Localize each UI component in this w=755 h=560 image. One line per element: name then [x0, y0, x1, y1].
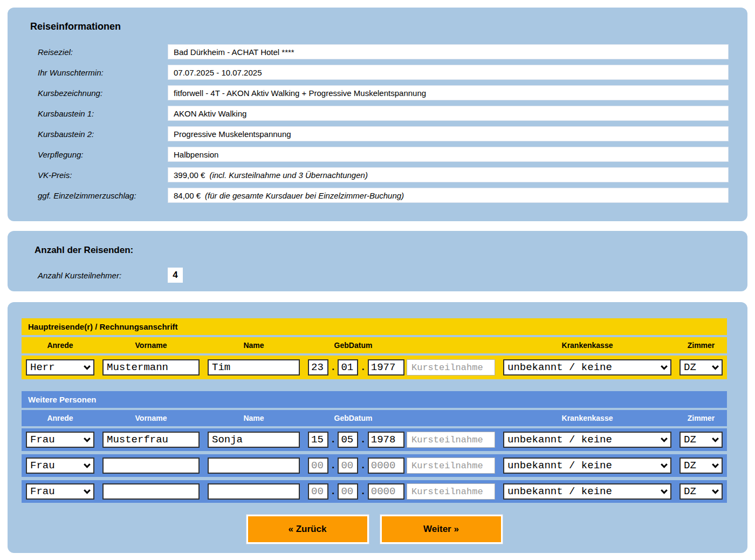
field-value-text: Bad Dürkheim - ACHAT Hotel ****	[174, 47, 294, 57]
col-header-gebdatum: GebDatum	[308, 414, 399, 422]
field-label: ggf. Einzelzimmerzuschlag:	[38, 191, 168, 200]
other-travelers-header-row: Anrede Vorname Name GebDatum Krankenkass…	[22, 410, 727, 426]
date-separator: .	[360, 460, 366, 472]
trip-info-fields: Reiseziel: Bad Dürkheim - ACHAT Hotel **…	[8, 44, 747, 203]
field-value-text: 84,00 €	[174, 191, 201, 200]
vorname-input[interactable]	[102, 432, 200, 448]
zimmer-select[interactable]: DZ	[680, 359, 723, 375]
travelers-count-value: 4	[168, 268, 183, 283]
gebdatum-group: ..	[308, 359, 399, 375]
field-value: Progressive Muskelentspannung	[168, 126, 729, 141]
field-row-kursbaustein-2: Kursbaustein 2: Progressive Muskelentspa…	[38, 126, 729, 141]
geb-monat-input[interactable]	[338, 457, 358, 474]
field-row-vk-preis: VK-Preis: 399,00 €(incl. Kursteilnahme u…	[38, 167, 729, 182]
geb-jahr-input[interactable]	[368, 432, 404, 448]
geb-tag-input[interactable]	[308, 483, 328, 500]
date-separator: .	[330, 486, 336, 497]
geb-jahr-input[interactable]	[368, 457, 404, 474]
geb-monat-input[interactable]	[338, 359, 358, 375]
field-label: Verpflegung:	[38, 150, 168, 159]
field-value: AKON Aktiv Walking	[168, 106, 729, 121]
col-header-vorname: Vorname	[102, 341, 200, 350]
name-input[interactable]	[208, 483, 300, 500]
krankenkasse-select[interactable]: unbekannt / keine	[503, 483, 671, 500]
anrede-select[interactable]: Frau	[26, 432, 94, 448]
name-input[interactable]	[208, 457, 300, 474]
field-value-text: Progressive Muskelentspannung	[174, 129, 291, 139]
zimmer-select-wrap: DZ	[680, 432, 723, 448]
field-row-wunschtermin: Ihr Wunschtermin: 07.07.2025 - 10.07.202…	[38, 65, 729, 80]
anrede-select[interactable]: Herr	[26, 359, 94, 375]
col-header-name: Name	[208, 341, 300, 350]
date-separator: .	[330, 434, 336, 446]
geb-jahr-input[interactable]	[368, 359, 404, 375]
col-header-krankenkasse: Krankenkasse	[503, 341, 671, 350]
field-value-note: (für die gesamte Kursdauer bei Einzelzim…	[205, 191, 404, 200]
col-header-gebdatum: GebDatum	[308, 341, 399, 350]
field-label: Kursbaustein 2:	[38, 129, 168, 139]
zimmer-select-wrap: DZ	[680, 359, 723, 375]
other-traveler-row: Frau .. unbekannt / keine DZ	[22, 428, 727, 451]
kursteilnahme-input[interactable]	[407, 432, 495, 448]
booking-panel: Hauptreisende(r) / Rechnungsanschrift An…	[8, 302, 747, 553]
field-value-text: fitforwell - 4T - AKON Aktiv Walking + P…	[174, 88, 426, 98]
anrede-select-wrap: Frau	[26, 432, 94, 448]
kursteilnahme-input[interactable]	[407, 483, 495, 500]
geb-tag-input[interactable]	[308, 359, 328, 375]
vorname-input[interactable]	[102, 457, 200, 474]
zimmer-select[interactable]: DZ	[680, 483, 723, 500]
geb-monat-input[interactable]	[338, 483, 358, 500]
anrede-select[interactable]: Frau	[26, 457, 94, 474]
vorname-input[interactable]	[102, 359, 200, 375]
field-label: Kursbezeichnung:	[38, 88, 168, 98]
trip-info-title: Reiseinformationen	[30, 21, 747, 32]
krankenkasse-select[interactable]: unbekannt / keine	[503, 457, 671, 474]
geb-jahr-input[interactable]	[368, 483, 404, 500]
krankenkasse-select-wrap: unbekannt / keine	[503, 483, 671, 500]
zimmer-select[interactable]: DZ	[680, 432, 723, 448]
zimmer-select[interactable]: DZ	[680, 457, 723, 474]
kursteilnahme-input[interactable]	[407, 457, 495, 474]
trip-info-panel: Reiseinformationen Reiseziel: Bad Dürkhe…	[8, 8, 747, 221]
field-value: Bad Dürkheim - ACHAT Hotel ****	[168, 44, 729, 59]
zimmer-select-wrap: DZ	[680, 457, 723, 474]
col-header-zimmer: Zimmer	[680, 414, 723, 422]
date-separator: .	[330, 460, 336, 472]
date-separator: .	[360, 434, 366, 446]
field-value: fitforwell - 4T - AKON Aktiv Walking + P…	[168, 85, 729, 100]
field-value: Halbpension	[168, 147, 729, 162]
back-button[interactable]: « Zurück	[246, 515, 369, 544]
other-travelers-section: Weitere Personen Anrede Vorname Name Geb…	[22, 391, 727, 503]
next-button[interactable]: Weiter »	[380, 515, 503, 544]
travelers-count-panel: Anzahl der Reisenden: Anzahl Kursteilneh…	[8, 231, 747, 291]
field-value-note: (incl. Kursteilnahme und 3 Übernachtunge…	[209, 170, 368, 180]
geb-monat-input[interactable]	[338, 432, 358, 448]
field-row-reiseziel: Reiseziel: Bad Dürkheim - ACHAT Hotel **…	[38, 44, 729, 59]
krankenkasse-select[interactable]: unbekannt / keine	[503, 432, 671, 448]
field-label: Reiseziel:	[38, 47, 168, 57]
col-header-zimmer: Zimmer	[680, 341, 723, 350]
name-input[interactable]	[208, 432, 300, 448]
field-value: 07.07.2025 - 10.07.2025	[168, 65, 729, 80]
krankenkasse-select-wrap: unbekannt / keine	[503, 359, 671, 375]
geb-tag-input[interactable]	[308, 432, 328, 448]
field-row-einzelzimmerzuschlag: ggf. Einzelzimmerzuschlag: 84,00 €(für d…	[38, 188, 729, 203]
field-value-text: 399,00 €	[174, 170, 205, 180]
date-separator: .	[330, 361, 336, 373]
gebdatum-group: ..	[308, 483, 399, 500]
kursteilnahme-input[interactable]	[407, 359, 495, 375]
gebdatum-group: ..	[308, 457, 399, 474]
date-separator: .	[360, 486, 366, 497]
geb-tag-input[interactable]	[308, 457, 328, 474]
travelers-count-row: Anzahl Kursteilnehmer: 4	[38, 268, 747, 283]
gebdatum-group: ..	[308, 432, 399, 448]
field-value-text: Halbpension	[174, 150, 218, 159]
col-header-vorname: Vorname	[102, 414, 200, 422]
other-traveler-row: Frau .. unbekannt / keine DZ	[22, 454, 727, 477]
krankenkasse-select[interactable]: unbekannt / keine	[503, 359, 671, 375]
anrede-select[interactable]: Frau	[26, 483, 94, 500]
vorname-input[interactable]	[102, 483, 200, 500]
name-input[interactable]	[208, 359, 300, 375]
field-row-kursbaustein-1: Kursbaustein 1: AKON Aktiv Walking	[38, 106, 729, 121]
field-value-text: AKON Aktiv Walking	[174, 109, 246, 118]
